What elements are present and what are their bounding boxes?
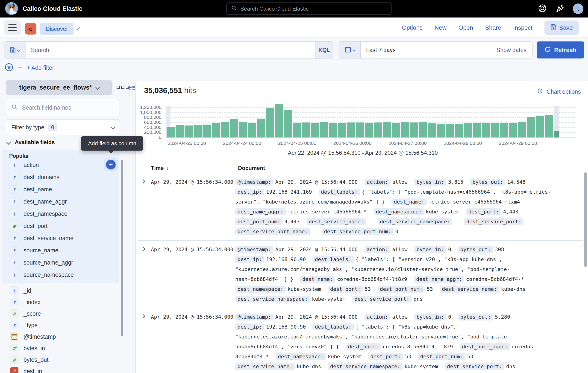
field-item-dest_ip[interactable]: IPdest_ip <box>2 365 119 373</box>
expand-row-button[interactable] <box>138 312 148 371</box>
histogram-bar[interactable] <box>392 123 400 137</box>
histogram-bar[interactable] <box>302 122 310 137</box>
options-button[interactable]: Options <box>402 24 423 31</box>
histogram-bar[interactable] <box>518 122 526 137</box>
main-menu-button[interactable] <box>4 20 21 35</box>
time-column-header[interactable]: Time ↓ <box>148 165 235 171</box>
field-value: metrics-server-c46566964-rtxm4 <box>429 199 520 205</box>
histogram-bar[interactable] <box>167 127 175 137</box>
histogram-bar[interactable] <box>202 125 211 137</box>
available-fields-accordion[interactable]: Available fields <box>7 138 55 146</box>
histogram-bar[interactable] <box>446 124 454 137</box>
field-item-_index[interactable]: t_index <box>2 296 119 308</box>
field-item-_id[interactable]: t_id <box>2 285 119 296</box>
histogram-bar[interactable] <box>482 123 490 137</box>
expand-row-button[interactable] <box>138 244 148 304</box>
histogram-bar[interactable] <box>464 123 472 137</box>
histogram-bar[interactable] <box>410 122 418 137</box>
histogram-bar[interactable] <box>257 119 265 137</box>
histogram-bar[interactable] <box>401 122 409 137</box>
user-avatar[interactable]: t <box>573 3 583 14</box>
histogram-bar[interactable] <box>509 123 517 137</box>
field-search-input[interactable]: Search field names <box>6 99 120 116</box>
field-item-@timestamp[interactable]: @timestamp <box>2 331 119 342</box>
histogram-bar[interactable] <box>437 124 445 137</box>
histogram-bar[interactable] <box>230 119 238 137</box>
histogram-bar[interactable] <box>320 122 328 137</box>
field-item-source_namespace[interactable]: tsource_namespace <box>2 269 119 281</box>
field-item-bytes_in[interactable]: #bytes_in <box>2 342 119 354</box>
breadcrumb[interactable]: Discover <box>40 22 74 35</box>
field-item-dest_port[interactable]: #dest_port <box>2 220 119 232</box>
histogram-bar[interactable] <box>347 122 355 137</box>
histogram-bar[interactable] <box>194 125 202 137</box>
field-value: coredns-8cb684df4-lt8z9 <box>337 276 407 282</box>
histogram-bar[interactable] <box>455 124 463 137</box>
histogram-bar[interactable] <box>428 123 436 137</box>
histogram-bar[interactable] <box>536 116 544 137</box>
histogram-bar[interactable] <box>500 123 508 137</box>
expand-row-button[interactable] <box>138 177 148 236</box>
open-button[interactable]: Open <box>459 24 473 31</box>
global-search-input[interactable]: Search Calico Cloud Elastic <box>227 2 391 15</box>
histogram-bar[interactable] <box>248 123 256 137</box>
histogram-bar[interactable] <box>293 123 301 137</box>
histogram-bar[interactable] <box>527 117 535 137</box>
histogram-bar[interactable] <box>239 122 247 137</box>
share-button[interactable]: Share <box>485 24 501 31</box>
histogram-bar[interactable] <box>185 125 193 137</box>
query-input[interactable]: Search <box>26 42 315 58</box>
field-item-dest_domains[interactable]: tdest_domains <box>2 171 119 183</box>
index-pattern-selector[interactable]: tigera_secure_ee_flows* <box>6 80 112 95</box>
histogram-bar-partial[interactable] <box>554 131 559 137</box>
save-button[interactable]: Save <box>545 20 579 35</box>
add-field-as-column-button[interactable]: + <box>104 158 117 171</box>
histogram-bar[interactable] <box>329 123 337 137</box>
field-item-source_name_aggr[interactable]: tsource_name_aggr <box>2 256 119 269</box>
whats-new-icon[interactable] <box>555 4 565 14</box>
histogram-bar[interactable] <box>284 110 292 137</box>
collapse-sidebar-icon[interactable] <box>127 84 135 92</box>
add-filter-button[interactable]: + Add filter <box>27 64 54 71</box>
field-item-source_name[interactable]: tsource_name <box>2 244 119 256</box>
field-item-dest_name_aggr[interactable]: tdest_name_aggr <box>2 195 119 208</box>
histogram-bar[interactable] <box>176 125 184 137</box>
histogram-bar[interactable] <box>311 123 319 137</box>
sort-descending-icon[interactable]: ↓ <box>166 165 169 171</box>
histogram-bar[interactable] <box>374 122 382 137</box>
histogram-bar[interactable] <box>266 108 274 137</box>
filter-by-type-dropdown[interactable]: Filter by type 0 <box>6 119 120 135</box>
histogram-bar[interactable] <box>365 123 373 137</box>
histogram-bar[interactable] <box>383 122 391 137</box>
refresh-button[interactable]: Refresh <box>537 41 584 59</box>
date-quick-menu-button[interactable] <box>339 42 361 58</box>
field-item-_score[interactable]: #_score <box>2 308 119 319</box>
histogram-bar[interactable] <box>275 104 283 137</box>
histogram-bar[interactable] <box>545 115 553 137</box>
histogram-bar[interactable] <box>491 123 499 137</box>
field-item-action[interactable]: taction <box>2 159 119 171</box>
space-badge[interactable]: c <box>25 23 36 35</box>
kql-language-button[interactable]: KQL <box>315 42 333 58</box>
histogram-bar[interactable] <box>356 122 364 137</box>
chart-options-button[interactable]: Chart options <box>536 88 581 96</box>
saved-query-menu-button[interactable] <box>4 42 26 58</box>
field-item-bytes_out[interactable]: #bytes_out <box>2 354 119 365</box>
table-scrollbar[interactable] <box>584 172 587 267</box>
new-button[interactable]: New <box>435 24 447 31</box>
histogram-bar[interactable] <box>221 122 229 137</box>
histogram-bar[interactable] <box>473 123 481 137</box>
inspect-button[interactable]: Inspect <box>513 24 533 31</box>
field-item-_type[interactable]: t_type <box>2 319 119 331</box>
field-item-dest_service_name[interactable]: tdest_service_name <box>2 232 119 244</box>
field-item-dest_namespace[interactable]: tdest_namespace <box>2 208 119 220</box>
histogram-bar[interactable] <box>212 123 220 137</box>
help-icon[interactable] <box>538 4 547 14</box>
histogram-bar[interactable] <box>419 122 427 137</box>
sidebar-scrollbar[interactable] <box>121 160 123 336</box>
time-range-value[interactable]: Last 7 days <box>361 42 496 58</box>
field-item-dest_name[interactable]: tdest_name <box>2 183 119 195</box>
show-dates-button[interactable]: Show dates <box>496 42 533 58</box>
histogram-bar[interactable] <box>338 123 346 137</box>
filter-icon[interactable] <box>5 63 13 72</box>
